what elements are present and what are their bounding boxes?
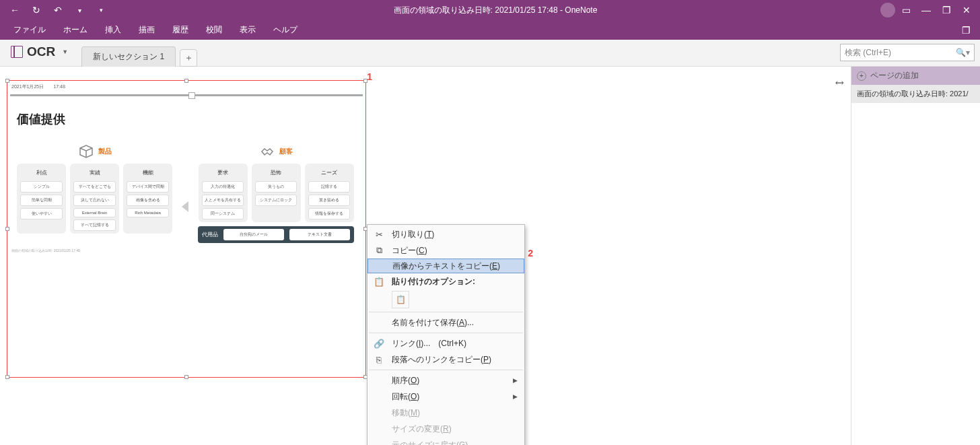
clip-title: 価値提供: [17, 111, 356, 127]
clip-divider: [10, 94, 363, 96]
paragraph-link-icon: ⎘: [373, 353, 385, 366]
search-icon: 🔍▾: [956, 48, 970, 57]
close-button[interactable]: ✕: [957, 1, 976, 20]
annotation-2: 2: [528, 248, 533, 259]
clip-chip: システムにロック: [255, 195, 297, 206]
clip-chip: Rich Metadata: [127, 208, 168, 217]
alt-label: 代用品: [202, 231, 218, 238]
window-title: 画面の領域の取り込み日時: 2021/01/25 17:48 - OneNote: [110, 5, 880, 16]
clip-card-title: 利点: [36, 166, 47, 179]
clip-chip: 情報を保存する: [308, 208, 350, 219]
ribbon-tab-draw[interactable]: 描画: [131, 21, 163, 39]
menu-link[interactable]: 🔗リンク(I)... (Ctrl+K): [368, 335, 524, 351]
clip-card-title: 機能: [143, 166, 153, 179]
clip-chip: 決して忘れない: [73, 195, 115, 206]
ribbon-display-icon[interactable]: ▭: [897, 1, 915, 20]
clip-chip: 使いやすい: [20, 208, 62, 219]
context-menu: ✂切り取り(T) ⧉コピー(C) 2画像からテキストをコピー(E) 📋貼り付けの…: [367, 224, 525, 445]
clip-card-title: ニーズ: [321, 166, 337, 179]
ribbon-tab-file[interactable]: ファイル: [5, 21, 54, 39]
section-tab-bar: OCR ▼ 新しいセクション 1 ＋ 検索 (Ctrl+E) 🔍▾: [0, 40, 980, 67]
arrow-left-icon: [182, 201, 188, 212]
link-icon: 🔗: [373, 337, 385, 349]
menu-save-as[interactable]: 名前を付けて保存(A)...: [368, 314, 524, 331]
clip-chip: 失うもの: [255, 181, 297, 193]
touch-icon[interactable]: ▾: [70, 1, 89, 20]
clip-chip: シンプル: [20, 181, 62, 193]
search-input[interactable]: 検索 (Ctrl+E) 🔍▾: [840, 44, 975, 61]
ribbon-tab-home[interactable]: ホーム: [55, 21, 96, 39]
clip-card-title: 実績: [90, 166, 100, 179]
menu-copy-text-from-image[interactable]: 2画像からテキストをコピー(E): [368, 259, 524, 273]
copy-icon: ⧉: [373, 244, 385, 256]
menu-original-size: 元のサイズに戻す(G): [368, 437, 524, 445]
maximize-button[interactable]: ❐: [937, 1, 956, 20]
screen-clipping[interactable]: 1 2021年1月25日 17:48 価値提供 製品 利点シンプル簡単な同期使い…: [7, 80, 366, 378]
clip-chip: 置き留める: [308, 195, 350, 206]
clip-card-title: 要求: [217, 166, 228, 179]
notebook-selector[interactable]: OCR ▼: [4, 40, 75, 63]
clip-chip: 人とメモを共有する: [202, 195, 244, 206]
add-page-button[interactable]: +ページの追加: [851, 67, 980, 85]
account-avatar[interactable]: [880, 3, 895, 18]
notebook-icon: [11, 46, 23, 58]
handshake-icon: [259, 143, 275, 160]
menu-copy-paragraph-link[interactable]: ⎘段落へのリンクをコピー(P): [368, 351, 524, 368]
ribbon-tab-view[interactable]: 表示: [232, 21, 264, 39]
menu-copy[interactable]: ⧉コピー(C): [368, 242, 524, 259]
clip-chip: 簡単な同期: [20, 195, 62, 206]
ribbon-tab-help[interactable]: ヘルプ: [265, 21, 306, 39]
minimize-button[interactable]: —: [917, 1, 936, 20]
clip-card: 機能デバイス間で同期画像を含めるRich Metadata: [123, 164, 172, 234]
menu-order[interactable]: 順序(O)▶: [368, 372, 524, 388]
qat-dropdown-icon[interactable]: ▾: [92, 1, 110, 20]
clip-chip: 記憶する: [308, 181, 350, 193]
clip-chip: 入力の待遇化: [202, 181, 244, 193]
title-bar: ← ↻ ↶ ▾ ▾ 画面の領域の取り込み日時: 2021/01/25 17:48…: [0, 0, 980, 20]
clip-chip: 画像を含める: [127, 195, 168, 206]
ribbon-tab-insert[interactable]: 挿入: [97, 21, 129, 39]
clipboard-icon: 📋: [373, 275, 385, 287]
customer-label: 顧客: [279, 147, 293, 156]
add-section-button[interactable]: ＋: [180, 49, 197, 67]
cut-icon: ✂: [373, 228, 385, 240]
clip-card: 恐怖失うものシステムにロック: [252, 164, 301, 222]
clip-card: 要求入力の待遇化人とメモを共有する同一システム: [199, 164, 248, 222]
sync-icon[interactable]: ↻: [27, 1, 46, 20]
clip-card: 利点シンプル簡単な同期使いやすい: [17, 164, 66, 234]
clip-card-title: 恐怖: [271, 166, 281, 179]
clip-card: 実績すべてをどこでも決して忘れないExternal Brainすべて記憶する: [70, 164, 119, 234]
section-tab[interactable]: 新しいセクション 1: [81, 46, 176, 67]
alt-pill-1: 自分宛のメール: [223, 229, 284, 240]
expand-icon[interactable]: ⤢: [832, 75, 847, 90]
menu-resize: サイズの変更(R): [368, 421, 524, 437]
menu-cut[interactable]: ✂切り取り(T): [368, 226, 524, 242]
notebook-name: OCR: [27, 44, 55, 59]
menu-rotate[interactable]: 回転(O)▶: [368, 388, 524, 405]
plus-icon: +: [857, 71, 866, 81]
paste-option-keep-source[interactable]: 📋: [392, 291, 409, 308]
page-list-item[interactable]: 画面の領域の取り込み日時: 2021/: [851, 85, 980, 104]
clip-chip: すべて記憶する: [73, 219, 115, 231]
clip-chip: External Brain: [73, 208, 115, 217]
alt-pill-2: テキスト文書: [289, 229, 350, 240]
annotation-1: 1: [367, 71, 372, 82]
page-canvas[interactable]: ⤢ 1 2021年1月25日 17:48 価値提供 製品 利点シンプル簡単な同期…: [0, 67, 851, 445]
clip-footer: 画面の領域の取り込み日時: 2021/01/25 17:48: [7, 247, 365, 254]
clip-chip: 同一システム: [202, 208, 244, 219]
chevron-right-icon: ▶: [513, 377, 518, 384]
undo-icon[interactable]: ↶: [48, 1, 67, 20]
clip-chip: デバイス間で同期: [127, 181, 168, 193]
collapse-ribbon-icon[interactable]: ❐: [957, 22, 975, 39]
search-placeholder: 検索 (Ctrl+E): [845, 47, 891, 59]
page-list-pane: +ページの追加 画面の領域の取り込み日時: 2021/: [851, 67, 980, 445]
menu-paste-heading: 📋貼り付けのオプション:: [368, 273, 524, 289]
clip-card: ニーズ記憶する置き留める情報を保存する: [305, 164, 354, 222]
chevron-right-icon: ▶: [513, 393, 518, 400]
menu-move: 移動(M): [368, 405, 524, 421]
product-label: 製品: [98, 147, 112, 156]
back-icon[interactable]: ←: [5, 1, 24, 20]
ribbon-tab-history[interactable]: 履歴: [164, 21, 197, 39]
ribbon-tab-review[interactable]: 校閲: [198, 21, 230, 39]
box-icon: [78, 143, 94, 160]
